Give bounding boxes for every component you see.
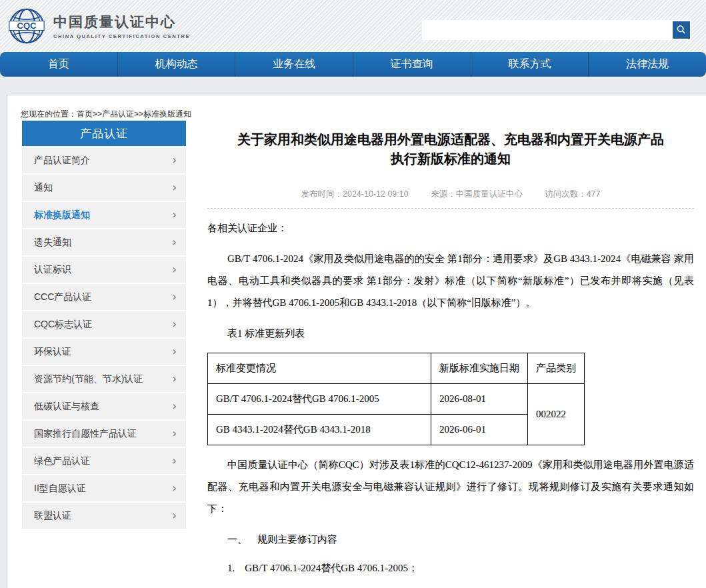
site-title: 中国质量认证中心 xyxy=(53,13,190,31)
chevron-right-icon: › xyxy=(172,237,177,248)
main-nav: 首页 机构动态 业务在线 证书查询 联系方式 法律法规 xyxy=(0,52,706,77)
table-row: GB/T 4706.1-2024替代GB 4706.1-2005 2026-08… xyxy=(208,384,585,415)
site-logo[interactable]: CQC 中国质量认证中心 CHINA QUALITY CERTIFICATION… xyxy=(8,7,190,45)
nav-item-home[interactable]: 首页 xyxy=(0,52,117,77)
sidebar-item-notice[interactable]: 通知› xyxy=(22,175,186,201)
sidebar-title: 产品认证 xyxy=(22,121,186,146)
chevron-right-icon: › xyxy=(172,455,177,467)
standards-update-table: 标准变更情况 新版标准实施日期 产品类别 GB/T 4706.1-2024替代G… xyxy=(207,353,585,445)
nav-item-news[interactable]: 机构动态 xyxy=(117,52,235,77)
section-heading-1: 一、 规则主要修订内容 xyxy=(207,529,694,551)
sidebar-item-alliance-cert[interactable]: 联盟认证› xyxy=(22,503,186,529)
paragraph-intro: GB/T 4706.1-2024《家用及类似用途电器的的安全 第1部分：通用要求… xyxy=(207,248,694,314)
chevron-right-icon: › xyxy=(172,373,177,385)
sidebar-item-cert-mark[interactable]: 认证标识› xyxy=(22,257,186,283)
chevron-right-icon: › xyxy=(172,401,177,412)
table-caption: 表1 标准更新列表 xyxy=(207,323,694,345)
views-value: 477 xyxy=(587,189,601,199)
source-value: 中国质量认证中心 xyxy=(456,189,523,199)
article-area: 关于家用和类似用途电器用外置电源适配器、充电器和内置开关电源产品 执行新版标准的… xyxy=(207,121,694,588)
breadcrumb-label: 您现在的位置： xyxy=(21,109,77,119)
site-subtitle: CHINA QUALITY CERTIFICATION CENTRE xyxy=(53,33,190,39)
breadcrumb: 您现在的位置：首页>>产品认证>>标准换版通知 xyxy=(7,95,706,121)
sidebar-item-resource-saving-cert[interactable]: 资源节约(节能、节水)认证› xyxy=(22,366,186,392)
breadcrumb-link-home[interactable]: 首页 xyxy=(77,109,93,119)
sidebar-item-low-carbon-cert[interactable]: 低碳认证与核查› xyxy=(22,393,186,419)
sidebar-item-ccc-cert[interactable]: CCC产品认证› xyxy=(22,284,186,310)
nav-item-laws[interactable]: 法律法规 xyxy=(588,52,706,77)
paragraph-revision: 中国质量认证中心（简称CQC）对涉及表1标准的CQC12-461237-2009… xyxy=(207,454,694,520)
cell-category: 002022 xyxy=(528,384,585,445)
nav-item-certificate-query[interactable]: 证书查询 xyxy=(353,52,471,77)
sidebar-item-type2-voluntary-cert[interactable]: II型自愿认证› xyxy=(22,475,186,501)
article-body: 各相关认证企业： GB/T 4706.1-2024《家用及类似用途电器的的安全 … xyxy=(207,217,694,588)
sidebar-item-product-cert-intro[interactable]: 产品认证简介› xyxy=(22,147,186,173)
search-box xyxy=(422,20,691,40)
nav-item-contact[interactable]: 联系方式 xyxy=(471,52,589,77)
chevron-right-icon: › xyxy=(172,209,177,221)
cell-date-2: 2026-06-01 xyxy=(431,415,528,445)
chevron-right-icon: › xyxy=(172,346,177,357)
cell-date-1: 2026-08-01 xyxy=(431,384,528,415)
breadcrumb-link-product-cert[interactable]: 产品认证 xyxy=(102,109,134,119)
sidebar-item-cqc-mark-cert[interactable]: CQC标志认证› xyxy=(22,311,186,337)
cqc-globe-icon: CQC xyxy=(8,7,45,45)
chevron-right-icon: › xyxy=(172,510,177,521)
col-header-date: 新版标准实施日期 xyxy=(431,353,528,384)
article-meta: 发布时间：2024-10-12 09:10 来源：中国质量认证中心 访问次数：4… xyxy=(207,189,694,209)
sidebar-item-green-product-cert[interactable]: 绿色产品认证› xyxy=(22,448,186,474)
chevron-right-icon: › xyxy=(172,182,177,193)
breadcrumb-separator: >> xyxy=(93,109,102,119)
col-header-category: 产品类别 xyxy=(528,353,585,384)
chevron-right-icon: › xyxy=(172,319,177,330)
site-header: CQC 中国质量认证中心 CHINA QUALITY CERTIFICATION… xyxy=(0,0,706,52)
cell-change-1: GB/T 4706.1-2024替代GB 4706.1-2005 xyxy=(208,384,431,415)
search-icon xyxy=(676,25,687,35)
source-label: 来源： xyxy=(431,189,456,199)
chevron-right-icon: › xyxy=(172,483,177,494)
sidebar: 产品认证 产品认证简介› 通知› 标准换版通知› 遗失通知› 认证标识› CCC… xyxy=(22,121,186,529)
search-input[interactable] xyxy=(422,20,673,40)
nav-item-online-business[interactable]: 业务在线 xyxy=(235,52,353,77)
breadcrumb-separator: >> xyxy=(134,109,143,119)
chevron-right-icon: › xyxy=(172,428,177,439)
publish-time-value: 2024-10-12 09:10 xyxy=(343,189,409,199)
cell-change-2: GB 4343.1-2024替代GB 4343.1-2018 xyxy=(208,415,431,445)
table-header-row: 标准变更情况 新版标准实施日期 产品类别 xyxy=(208,353,585,384)
chevron-right-icon: › xyxy=(172,291,177,303)
publish-time-label: 发布时间： xyxy=(301,189,343,199)
chevron-right-icon: › xyxy=(172,155,177,166)
breadcrumb-link-standard-change[interactable]: 标准换版通知 xyxy=(143,109,191,119)
article-title: 关于家用和类似用途电器用外置电源适配器、充电器和内置开关电源产品 执行新版标准的… xyxy=(207,130,694,169)
sidebar-item-loss-notice[interactable]: 遗失通知› xyxy=(22,229,186,255)
sidebar-item-standard-change-notice[interactable]: 标准换版通知› xyxy=(22,202,186,228)
sidebar-item-environment-cert[interactable]: 环保认证› xyxy=(22,339,186,365)
cqc-acronym: CQC xyxy=(17,21,37,31)
content-panel: 您现在的位置：首页>>产品认证>>标准换版通知 产品认证 产品认证简介› 通知›… xyxy=(7,95,706,588)
paragraph-companies: 各相关认证企业： xyxy=(207,217,694,239)
col-header-change: 标准变更情况 xyxy=(208,353,431,384)
views-label: 访问次数： xyxy=(545,189,587,199)
chevron-right-icon: › xyxy=(172,264,177,275)
sidebar-item-national-voluntary-cert[interactable]: 国家推行自愿性产品认证› xyxy=(22,421,186,447)
search-button[interactable] xyxy=(673,21,690,39)
list-item-1: 1. GB/T 4706.1-2024替代GB 4706.1-2005； xyxy=(207,557,694,579)
